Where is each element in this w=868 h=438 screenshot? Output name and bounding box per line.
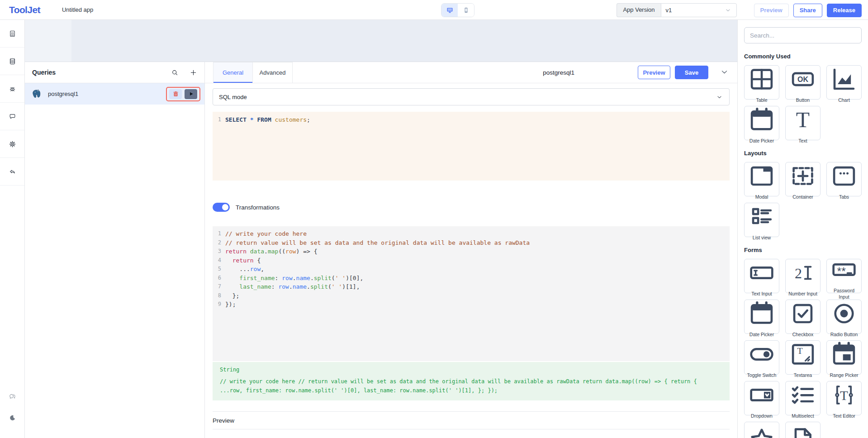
line-number: 4: [213, 256, 225, 265]
widget-label: Toggle Switch: [747, 372, 777, 378]
code-line: 8 };: [213, 291, 730, 300]
tab-advanced[interactable]: Advanced: [253, 62, 293, 83]
widget-tabs[interactable]: Tabs: [826, 162, 862, 196]
run-query-button[interactable]: [185, 89, 197, 99]
widget-text[interactable]: TText: [785, 106, 821, 140]
transformations-toggle[interactable]: [213, 203, 230, 212]
sql-code-editor[interactable]: 1SELECT * FROM customers;: [213, 112, 730, 181]
code-line: 6 first_name: row.name.split(' ')[0],: [213, 274, 730, 283]
share-button[interactable]: Share: [793, 4, 822, 17]
widget-label: Range Picker: [830, 372, 858, 378]
widget-label: Textarea: [794, 372, 812, 378]
left-sidebar-bottom: [0, 393, 24, 422]
query-list-item-postgresql1[interactable]: postgresql1: [25, 83, 204, 105]
widget-button[interactable]: OKButton: [785, 65, 821, 100]
sidebar-item-settings[interactable]: [0, 130, 24, 158]
sidebar-item-pages[interactable]: [0, 20, 24, 48]
widget-date-picker[interactable]: Date Picker: [744, 106, 779, 140]
desktop-layout-button[interactable]: [441, 4, 458, 17]
widget-chart[interactable]: Chart: [826, 65, 862, 100]
line-number: 6: [213, 274, 225, 283]
code-line: 7 last_name: row.name.split(' ')[1],: [213, 282, 730, 291]
query-editor-query-name: postgresql1: [543, 62, 574, 83]
widget-toggle-switch[interactable]: Toggle Switch: [744, 340, 779, 375]
widget-password-input[interactable]: **Password Input: [826, 259, 862, 293]
delete-query-button[interactable]: [169, 89, 182, 99]
sidebar-item-support[interactable]: [9, 393, 16, 400]
widgets-sidebar: Commonly UsedTableOKButtonChartDate Pick…: [737, 20, 868, 438]
widget-text-input[interactable]: Text Input: [744, 259, 779, 293]
sidebar-item-dark-mode[interactable]: [9, 414, 16, 422]
code-line: 4 return {: [213, 256, 730, 265]
chat-bubbles-icon: [9, 393, 16, 400]
text-input-icon: [746, 257, 778, 289]
app-version-group: App Version v1: [617, 3, 736, 17]
play-icon: [187, 90, 195, 98]
widget-container[interactable]: Container: [785, 162, 821, 196]
number-input-icon: 2: [787, 257, 819, 289]
widget-search-input[interactable]: [744, 27, 862, 43]
left-sidebar-nav: [0, 20, 24, 186]
app-canvas[interactable]: [25, 20, 737, 62]
queries-panel-header: Queries: [25, 62, 204, 83]
widget-partial-star[interactable]: [744, 422, 779, 438]
sidebar-item-debugger[interactable]: [0, 75, 24, 103]
widget-table[interactable]: Table: [744, 65, 779, 100]
tab-general[interactable]: General: [213, 62, 253, 83]
widget-multiselect[interactable]: Multiselect: [785, 381, 821, 415]
svg-text:T: T: [796, 107, 810, 132]
widget-label: Checkbox: [792, 332, 814, 338]
release-button[interactable]: Release: [827, 4, 862, 17]
widget-date-picker[interactable]: Date Picker: [744, 300, 779, 334]
app-title[interactable]: Untitled app: [62, 6, 93, 13]
app-version-label: App Version: [617, 3, 660, 17]
widget-label: Modal: [755, 194, 768, 200]
search-icon[interactable]: [171, 69, 179, 76]
widget-partial-file[interactable]: [785, 422, 821, 438]
widget-dropdown[interactable]: Dropdown: [744, 381, 779, 415]
sidebar-item-datasources[interactable]: [0, 48, 24, 75]
query-save-button[interactable]: Save: [675, 66, 708, 79]
svg-text:**: **: [837, 265, 846, 277]
widget-number-input[interactable]: 2Number Input: [785, 259, 821, 293]
line-number: 5: [213, 265, 225, 274]
widget-radio-button[interactable]: Radio Button: [826, 300, 862, 334]
monitor-icon: [446, 6, 454, 14]
section-title-layouts: Layouts: [744, 150, 862, 157]
widget-label: Table: [756, 97, 767, 103]
code-text: // write your code here: [225, 229, 307, 238]
transformations-code-editor[interactable]: 1// write your code here2// return value…: [213, 226, 730, 361]
sidebar-item-comments[interactable]: [0, 103, 24, 130]
chevron-down-icon: [721, 68, 728, 76]
widget-label: Dropdown: [751, 413, 773, 419]
collapse-editor-chevron-icon[interactable]: [721, 68, 728, 76]
widget-modal[interactable]: Modal: [744, 162, 779, 196]
add-query-icon[interactable]: [190, 69, 197, 76]
code-text: });: [225, 300, 236, 309]
widget-text-editor[interactable]: TText Editor: [826, 381, 862, 415]
sql-mode-select[interactable]: SQL mode: [213, 88, 730, 105]
query-editor-body: SQL mode 1SELECT * FROM customers; Trans…: [205, 83, 737, 438]
version-select[interactable]: v1: [661, 3, 737, 17]
widget-label: List view: [753, 235, 771, 241]
query-row-actions-highlight: [166, 87, 200, 101]
comment-icon: [9, 113, 16, 120]
code-text: first_name: row.name.split(' ')[0],: [225, 274, 363, 283]
container-icon: [787, 160, 819, 192]
widget-range-picker[interactable]: Range Picker: [826, 340, 862, 375]
widget-checkbox[interactable]: Checkbox: [785, 300, 821, 334]
widget-list-view[interactable]: List view: [744, 203, 779, 237]
code-text: // return value will be set as data and …: [225, 238, 530, 248]
svg-text:OK: OK: [797, 75, 808, 83]
preview-button[interactable]: Preview: [754, 4, 789, 17]
query-editor-tabbar: GeneralAdvanced postgresql1 Preview Save: [205, 62, 737, 83]
transformation-result-block: String // write your code here // return…: [213, 362, 730, 400]
mobile-layout-button[interactable]: [458, 4, 474, 17]
query-name: postgresql1: [48, 90, 78, 97]
widget-textarea[interactable]: TTextarea: [785, 340, 821, 375]
widget-label: Container: [792, 194, 813, 200]
sidebar-item-undo[interactable]: [0, 158, 24, 186]
code-line: 1SELECT * FROM customers;: [213, 115, 730, 124]
section-title-forms: Forms: [744, 247, 862, 253]
query-preview-button[interactable]: Preview: [638, 66, 670, 79]
